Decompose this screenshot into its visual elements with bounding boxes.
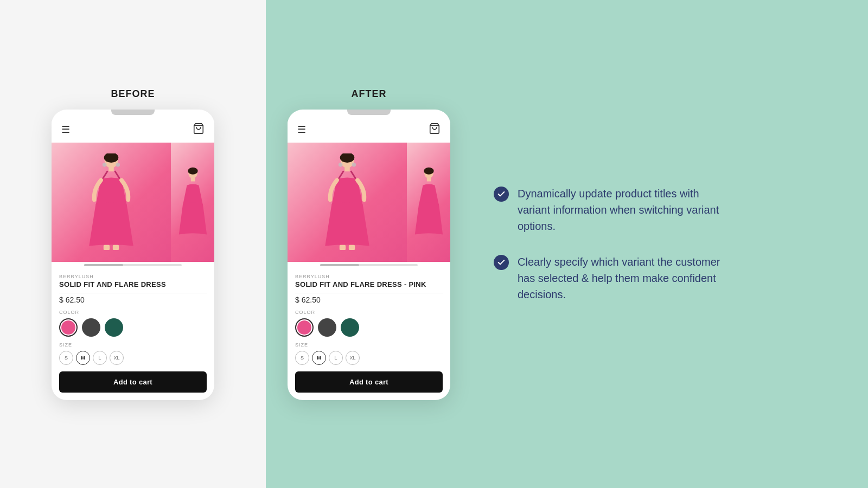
product-title-base: SOLID FIT AND FLARE DRESS [295, 280, 404, 288]
scroll-bar-after [320, 264, 418, 266]
svg-rect-22 [349, 245, 355, 249]
color-swatch-pink-after[interactable] [295, 318, 314, 337]
svg-rect-8 [104, 245, 110, 249]
product-image-thumb-before [171, 143, 214, 262]
size-s-after[interactable]: S [295, 351, 309, 365]
brand-name-after: BERRYLUSH [295, 274, 443, 279]
after-container: AFTER ☰ [288, 88, 450, 400]
color-swatch-green-after[interactable] [341, 318, 359, 337]
size-options-after: S M L XL [295, 351, 443, 365]
add-to-cart-after[interactable]: Add to cart [295, 371, 443, 393]
feature-text-1: Dynamically update product titles with v… [518, 185, 722, 234]
svg-point-24 [424, 167, 433, 174]
phone-notch-before [111, 110, 155, 115]
svg-rect-3 [108, 166, 113, 171]
product-images-before [52, 143, 214, 262]
svg-point-17 [339, 163, 343, 167]
product-images-after [288, 143, 450, 262]
color-options-after [295, 318, 443, 337]
color-label-before: COLOR [59, 310, 207, 315]
size-label-after: SIZE [295, 342, 443, 348]
check-icon-1 [494, 187, 509, 202]
size-s-before[interactable]: S [59, 351, 73, 365]
product-info-after: BERRYLUSH SOLID FIT AND FLARE DRESS - PI… [288, 268, 450, 400]
svg-point-4 [103, 163, 107, 167]
product-price-after: $ 62.50 [295, 296, 443, 304]
color-label-after: COLOR [295, 310, 443, 315]
svg-point-11 [188, 167, 197, 174]
size-l-after[interactable]: L [329, 351, 343, 365]
size-m-after[interactable]: M [312, 351, 326, 365]
before-label: BEFORE [111, 88, 155, 100]
color-options-before [59, 318, 207, 337]
size-options-before: S M L XL [59, 351, 207, 365]
color-swatch-pink-before[interactable] [59, 318, 78, 337]
hamburger-icon-before[interactable]: ☰ [61, 124, 70, 136]
svg-point-5 [116, 163, 120, 167]
product-image-main-before [52, 143, 171, 262]
svg-rect-16 [344, 166, 349, 171]
phone-topbar-after: ☰ [288, 115, 450, 143]
size-label-before: SIZE [59, 342, 207, 348]
color-swatch-dark-after[interactable] [318, 318, 336, 337]
before-panel: BEFORE ☰ [0, 0, 266, 488]
size-l-before[interactable]: L [93, 351, 107, 365]
add-to-cart-before[interactable]: Add to cart [59, 371, 207, 393]
svg-rect-25 [426, 177, 430, 181]
check-icon-2 [494, 255, 509, 270]
product-image-thumb-after [407, 143, 450, 262]
product-title-before: SOLID FIT AND FLARE DRESS [59, 280, 207, 288]
svg-point-18 [352, 163, 356, 167]
svg-rect-9 [113, 245, 119, 249]
product-title-after: SOLID FIT AND FLARE DRESS - PINK [295, 280, 443, 288]
feature-item-1: Dynamically update product titles with v… [494, 185, 722, 234]
color-swatch-green-before[interactable] [105, 318, 123, 337]
product-image-main-after [288, 143, 407, 262]
right-panel: AFTER ☰ [266, 0, 868, 488]
product-title-variant: - PINK [404, 280, 426, 288]
feature-item-2: Clearly specify which variant the custom… [494, 254, 722, 303]
after-label: AFTER [352, 88, 387, 100]
size-xl-before[interactable]: XL [110, 351, 124, 365]
before-phone: ☰ [52, 110, 214, 400]
brand-name-before: BERRYLUSH [59, 274, 207, 279]
separator-after [295, 293, 443, 293]
after-phone: ☰ [288, 110, 450, 400]
hamburger-icon-after[interactable]: ☰ [297, 124, 306, 136]
cart-icon-after[interactable] [429, 123, 441, 137]
phone-topbar-before: ☰ [52, 115, 214, 143]
svg-rect-21 [340, 245, 346, 249]
svg-rect-12 [190, 177, 194, 181]
product-price-before: $ 62.50 [59, 296, 207, 304]
features-list: Dynamically update product titles with v… [494, 185, 722, 303]
separator-before [59, 293, 207, 293]
feature-text-2: Clearly specify which variant the custom… [518, 254, 722, 303]
product-info-before: BERRYLUSH SOLID FIT AND FLARE DRESS $ 62… [52, 268, 214, 400]
color-swatch-dark-before[interactable] [82, 318, 100, 337]
scroll-bar-before [84, 264, 182, 266]
cart-icon-before[interactable] [193, 123, 205, 137]
phone-notch-after [347, 110, 391, 115]
size-m-before[interactable]: M [76, 351, 90, 365]
size-xl-after[interactable]: XL [346, 351, 360, 365]
